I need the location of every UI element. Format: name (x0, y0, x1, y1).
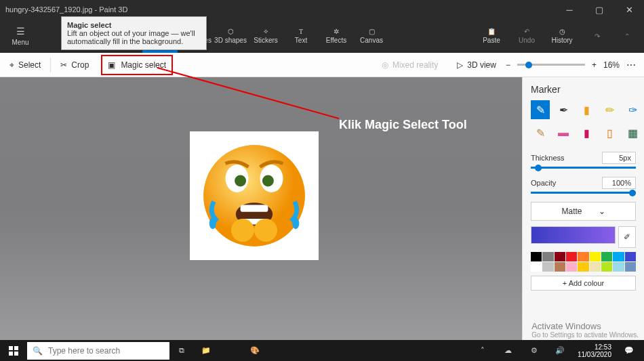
tray-chevron-icon[interactable]: ˄ (470, 340, 495, 361)
redo-icon: ↷ (595, 33, 600, 40)
brush-pen[interactable]: ✑ (623, 100, 642, 119)
paste-button[interactable]: 📋 Paste (476, 19, 507, 53)
color-palette (531, 252, 636, 272)
eyedropper-icon: ✐ (624, 232, 630, 242)
canvas-area[interactable]: Klik Magic Select Tool (0, 77, 522, 340)
color-swatch[interactable] (613, 252, 624, 261)
tool-effects[interactable]: ✲ Effects (319, 19, 354, 53)
opacity-slider[interactable] (531, 192, 636, 194)
vr-icon: ◎ (382, 60, 388, 70)
color-swatch[interactable] (578, 252, 588, 261)
paint3d-taskbar-button[interactable]: 🎨 (243, 340, 267, 361)
magic-select-button[interactable]: ▣ Magic select (101, 55, 173, 75)
magic-select-tooltip: Magic select Lift an object out of your … (61, 16, 207, 50)
magic-select-icon: ▣ (108, 60, 115, 70)
zoom-out-button[interactable]: − (506, 60, 510, 70)
brush-spray[interactable]: ✏ (600, 100, 619, 119)
svg-rect-16 (9, 352, 13, 356)
thickness-input[interactable]: 5px (602, 152, 636, 164)
color-swatch[interactable] (531, 262, 542, 272)
minimize-button[interactable]: ─ (555, 0, 584, 19)
color-swatch[interactable] (566, 252, 577, 261)
shapes-3d-icon: ⬡ (228, 28, 234, 35)
tool-text[interactable]: T Text (283, 19, 319, 53)
tooltip-title: Magic select (67, 21, 111, 29)
select-button[interactable]: ⌖ Select (0, 53, 50, 77)
tool-3d-shapes[interactable]: ⬡ 3D shapes (213, 19, 248, 53)
color-swatch[interactable] (601, 262, 612, 272)
eyedropper-button[interactable]: ✐ (618, 226, 636, 248)
second-toolbar: ⌖ Select ✂ Crop ▣ Magic select ◎ Mixed r… (0, 53, 644, 77)
3d-view-button[interactable]: ▷ 3D view (447, 53, 506, 77)
color-swatch[interactable] (578, 262, 588, 272)
annotation-text: Klik Magic Select Tool (339, 118, 467, 132)
expand-button[interactable]: ⌃ (617, 19, 637, 53)
zoom-in-button[interactable]: + (592, 60, 597, 70)
brush-grid: ✎ ✒ ▮ ✏ ✑ ✎ ▬ ▮ ▯ ▦ (531, 100, 636, 142)
mixed-reality-button: ◎ Mixed reality (372, 53, 447, 77)
svg-rect-14 (9, 346, 13, 350)
svg-point-9 (231, 219, 254, 242)
color-swatch[interactable] (590, 252, 601, 261)
color-swatch[interactable] (555, 262, 565, 272)
brush-fill[interactable]: ▦ (623, 123, 642, 142)
taskbar-clock[interactable]: 12:53 11/03/2020 (573, 343, 616, 358)
color-swatch[interactable] (566, 262, 577, 272)
chevron-up-icon: ⌃ (624, 33, 630, 40)
side-panel: Marker ✎ ✒ ▮ ✏ ✑ ✎ ▬ ▮ ▯ ▦ Thickness 5px… (522, 77, 644, 340)
canvas-icon: ▢ (369, 28, 375, 35)
add-color-button[interactable]: + Add colour (531, 276, 636, 291)
color-swatch[interactable] (542, 252, 553, 261)
zoom-value: 16% (603, 60, 620, 70)
color-swatch[interactable] (531, 252, 542, 261)
canvas-image[interactable] (190, 131, 319, 260)
task-view-button[interactable]: ⧉ (169, 340, 194, 361)
undo-icon: ↶ (524, 28, 529, 35)
current-color[interactable] (531, 226, 616, 244)
thickness-label: Thickness (531, 154, 565, 162)
brush-water[interactable]: ▯ (600, 123, 619, 142)
notification-button[interactable]: 💬 (617, 340, 641, 361)
tool-canvas[interactable]: ▢ Canvas (354, 19, 389, 53)
history-button[interactable]: ◷ History (546, 19, 578, 53)
menu-button[interactable]: ☰ Menu (0, 19, 41, 53)
more-button[interactable]: ⋯ (626, 60, 636, 70)
color-swatch[interactable] (555, 252, 565, 261)
tool-stickers[interactable]: ✧ Stickers (248, 19, 283, 53)
browser-button[interactable] (218, 340, 243, 361)
brush-oil[interactable]: ▮ (577, 100, 596, 119)
svg-rect-17 (14, 352, 18, 356)
history-icon: ◷ (559, 28, 565, 35)
svg-rect-7 (241, 205, 268, 212)
crop-button[interactable]: ✂ Crop (51, 53, 98, 77)
emoji-image (197, 138, 312, 253)
color-swatch[interactable] (542, 262, 553, 272)
brush-marker[interactable]: ✎ (531, 100, 550, 119)
zoom-slider[interactable] (517, 64, 585, 66)
undo-button[interactable]: ↶ Undo (511, 19, 542, 53)
maximize-button[interactable]: ▢ (584, 0, 614, 19)
brush-pencil[interactable]: ✎ (531, 123, 550, 142)
brush-eraser[interactable]: ▬ (554, 123, 573, 142)
color-swatch[interactable] (625, 252, 636, 261)
file-explorer-button[interactable]: 📁 (194, 340, 218, 361)
svg-point-5 (262, 175, 274, 186)
color-swatch[interactable] (590, 262, 601, 272)
onedrive-icon[interactable]: ☁ (496, 340, 521, 361)
svg-point-11 (209, 217, 216, 229)
color-swatch[interactable] (613, 262, 624, 272)
brush-calligraphy[interactable]: ✒ (554, 100, 573, 119)
opacity-input[interactable]: 100% (602, 177, 636, 189)
taskbar-search[interactable]: 🔍 Type here to search (27, 342, 169, 360)
thickness-slider[interactable] (531, 167, 636, 169)
svg-rect-15 (14, 346, 18, 350)
brush-crayon[interactable]: ▮ (577, 123, 596, 142)
material-dropdown[interactable]: Matte ⌄ (531, 202, 636, 221)
color-swatch[interactable] (625, 262, 636, 272)
close-button[interactable]: ✕ (614, 0, 644, 19)
volume-icon[interactable]: 🔊 (548, 340, 572, 361)
color-swatch[interactable] (601, 252, 612, 261)
network-icon[interactable]: ⚙ (522, 340, 546, 361)
start-button[interactable] (0, 340, 27, 361)
redo-button[interactable]: ↷ (582, 19, 613, 53)
